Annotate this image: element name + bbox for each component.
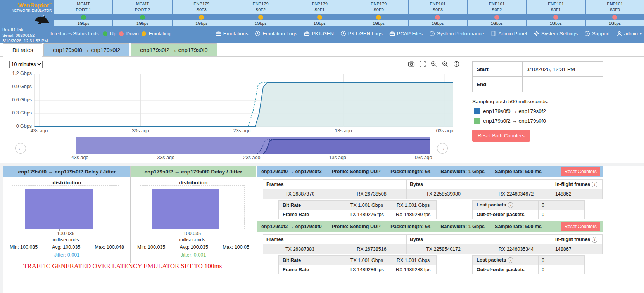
menu-item-admin-panel[interactable]: Admin Panel xyxy=(490,31,527,36)
legend-item-flow2[interactable]: enp179s0f2 → enp179s0f0 xyxy=(474,118,603,124)
port-speed: 1Gbps xyxy=(173,20,231,26)
snapshot-camera-icon[interactable] xyxy=(408,61,415,69)
reset-counters-button[interactable]: Reset Counters xyxy=(561,167,600,176)
scroll-left-button[interactable]: ← xyxy=(15,143,26,154)
menu-item-emulations[interactable]: Emulations xyxy=(216,31,248,36)
menu-item-emulation-logs[interactable]: Emulation Logs xyxy=(255,31,297,36)
raptor-logo-icon xyxy=(33,10,50,27)
port-strip: MGMTPORT 11GbpsMGMTPORT 21GbpsENP179S0F3… xyxy=(54,0,644,26)
latency-note: TRAFFIC GENERATED OVER LATENCY EMULATOR … xyxy=(23,262,222,270)
reset-counters-button[interactable]: Reset Counters xyxy=(561,222,600,231)
port-cell-enp179-s0f2[interactable]: ENP179S0F21Gbps xyxy=(231,0,290,26)
port-status-led-red xyxy=(435,15,440,20)
chart-info-icon[interactable] xyxy=(453,61,460,69)
port-cell-mgmt-port-2[interactable]: MGMTPORT 21Gbps xyxy=(113,0,171,26)
lost-packets-value: 0 xyxy=(539,201,585,210)
gauge-icon xyxy=(429,31,435,36)
port-label: ENP179S0F3 xyxy=(173,0,231,14)
menu-item-label: PKT-GEN Logs xyxy=(348,31,383,36)
clock-icon xyxy=(255,31,261,36)
bytes-tx: TX 2258540172 xyxy=(407,244,480,254)
bytes-header: Bytes xyxy=(407,235,552,244)
port-speed: 1Gbps xyxy=(231,20,290,26)
tab-flow-1[interactable]: enp179s0f0 → enp179s0f2 xyxy=(43,43,129,56)
histogram-unit-label: milliseconds xyxy=(140,237,245,243)
legend-led-green xyxy=(103,31,107,36)
info-icon[interactable]: i xyxy=(592,182,597,187)
tab-bar: Bit ratesenp179s0f0 → enp179s0f2enp179s0… xyxy=(0,43,644,57)
port-cell-enp101-s0f0[interactable]: ENP101S0F01Gbps xyxy=(586,0,644,26)
app-logo: WanRaptor™ NETWORK EMULATOR xyxy=(0,0,54,26)
info-icon[interactable]: i xyxy=(592,237,597,243)
port-cell-enp179-s0f3[interactable]: ENP179S0F31Gbps xyxy=(173,0,231,26)
menu-item-system-performance[interactable]: System Performance xyxy=(429,31,484,36)
menu-item-label: PKT-GEN xyxy=(312,31,334,36)
bytes-header: Bytes xyxy=(407,180,552,189)
legend-led-label: Up xyxy=(110,31,116,36)
frames-tx: TX 26887370 xyxy=(263,189,337,199)
flow-header: enp179s0f0 → enp179s0f2 Profile: Sending… xyxy=(257,166,603,177)
tab-bit-rates[interactable]: Bit rates xyxy=(3,43,42,57)
main-bitrate-chart[interactable] xyxy=(34,74,453,128)
menu-item-label: Emulation Logs xyxy=(262,31,297,36)
port-cell-enp101-s0f2[interactable]: ENP101S0F21Gbps xyxy=(468,0,526,26)
menu-item-admin[interactable]: admin▾ xyxy=(616,31,642,36)
legend-led-yellow xyxy=(142,31,146,36)
current-datetime: 3/10/2026, 12:31:53 PM xyxy=(2,38,48,44)
menu-item-pcap-files[interactable]: PCAP Files xyxy=(389,31,423,36)
inflight-header: In-flight framesi xyxy=(552,235,603,244)
clock-icon xyxy=(340,31,346,36)
legend-item-flow1[interactable]: enp179s0f0 → enp179s0f2 xyxy=(474,108,603,114)
port-cell-mgmt-port-1[interactable]: MGMTPORT 11Gbps xyxy=(54,0,112,26)
frames-rx: RX 26738508 xyxy=(337,189,407,199)
bytes-rx: RX 2246034672 xyxy=(480,189,552,199)
menu-item-pkt-gen-logs[interactable]: PKT-GEN Logs xyxy=(340,31,383,36)
scroll-right-button[interactable]: → xyxy=(437,143,448,154)
time-range-select[interactable]: 10 minutes xyxy=(9,61,43,68)
port-cell-enp179-s0f0[interactable]: ENP179S0F01Gbps xyxy=(349,0,407,26)
main-menu: EmulationsEmulation LogsPKT-GENPKT-GEN L… xyxy=(216,31,642,36)
flow-header: enp179s0f2 → enp179s0f0 Profile: Sending… xyxy=(257,221,603,232)
out-of-order-label: Out-of-order packets xyxy=(473,265,539,274)
fullscreen-icon[interactable] xyxy=(419,61,426,69)
lost-packets-value: 0 xyxy=(539,256,585,265)
framerate-rx: RX 1489288 fps xyxy=(390,265,437,274)
tab-flow-2[interactable]: enp179s0f2 → enp179s0f0 xyxy=(131,43,217,56)
port-cell-enp101-s0f1[interactable]: ENP101S0F11Gbps xyxy=(527,0,585,26)
port-cell-enp179-s0f1[interactable]: ENP179S0F11Gbps xyxy=(290,0,349,26)
svg-text:?: ? xyxy=(586,32,588,35)
minimap-tick-label: 23s ago xyxy=(243,155,260,160)
loss-table: Lost packetsi 0 Out-of-order packets 0 xyxy=(472,255,585,274)
framerate-tx: TX 1489286 fps xyxy=(344,265,390,274)
menu-item-pkt-gen[interactable]: PKT-GEN xyxy=(304,31,334,36)
menu-item-support[interactable]: ?Support xyxy=(584,31,610,36)
chart-legend: enp179s0f0 → enp179s0f2 enp179s0f2 → enp… xyxy=(474,108,603,124)
port-speed: 1Gbps xyxy=(349,20,407,26)
minimap-chart[interactable] xyxy=(76,137,430,156)
histogram-stats: Min: 100.035 Avg: 100.035 Max: 100.048 xyxy=(10,244,124,250)
frames-bytes-table: Frames Bytes In-flight framesi TX 268873… xyxy=(263,234,603,254)
reset-both-counters-button[interactable]: Reset Both Counters xyxy=(472,130,530,142)
section-divider xyxy=(0,163,644,166)
menu-item-system-settings[interactable]: System Settings xyxy=(534,31,578,36)
bitrate-rx: RX 1.001 Gbps xyxy=(390,256,437,265)
menu-item-label: System Settings xyxy=(541,31,578,36)
info-icon[interactable]: i xyxy=(508,257,513,263)
zoom-in-icon[interactable] xyxy=(430,61,437,69)
chevron-down-icon: ▾ xyxy=(640,31,642,36)
port-status-led-green xyxy=(81,15,86,20)
info-icon[interactable]: i xyxy=(508,202,513,208)
legend-led-label: Down xyxy=(126,31,139,36)
port-cell-enp101-s0f3[interactable]: ENP101S0F31Gbps xyxy=(409,0,467,26)
framerate-label: Frame Rate xyxy=(279,210,344,219)
zoom-out-icon[interactable] xyxy=(442,61,449,69)
legend-swatch-green xyxy=(474,118,480,124)
port-label: ENP101S0F3 xyxy=(409,0,467,14)
frames-tx: TX 26887383 xyxy=(263,244,337,254)
menu-item-label: Admin Panel xyxy=(498,31,527,36)
x-tick-label: 43s ago xyxy=(31,128,48,133)
bitrate-tx: TX 1.001 Gbps xyxy=(344,201,390,210)
avg-value: Avg: 100.035 xyxy=(52,244,80,250)
end-label: End xyxy=(473,77,523,92)
serial-number: Serial: 08200152 xyxy=(2,33,48,38)
